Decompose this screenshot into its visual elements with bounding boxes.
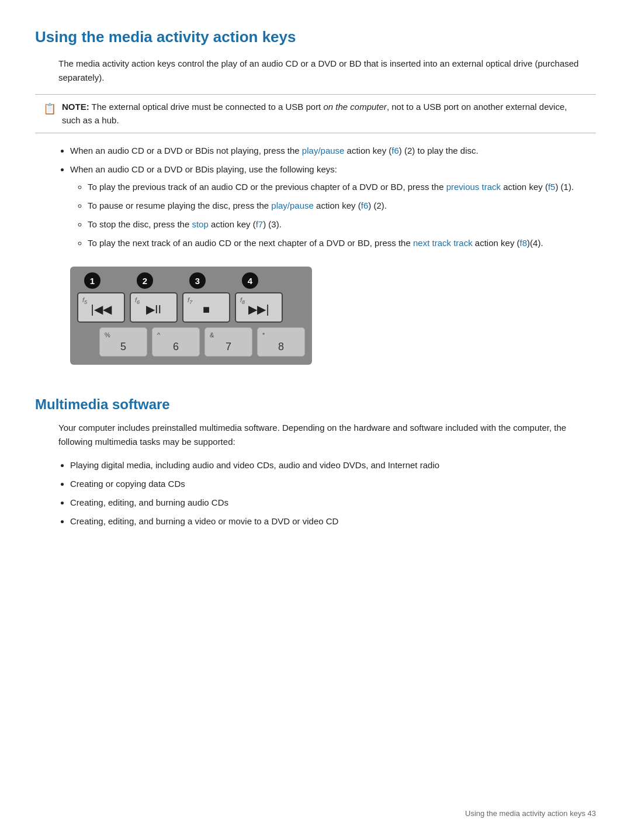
list-item: Creating, editing, and burning a video o…	[70, 514, 596, 528]
sub-bullet-list: To play the previous track of an audio C…	[88, 180, 596, 250]
f5-label: f5	[82, 296, 87, 305]
f6-symbol: ▶II	[146, 302, 161, 316]
stop-link[interactable]: stop	[192, 219, 208, 229]
number-keys-row: % 5 ^ 6 & 7 * 8	[77, 327, 305, 357]
f8-symbol: ▶▶|	[248, 302, 269, 316]
key-5: % 5	[99, 327, 147, 357]
function-keys-row: f5 |◀◀ f6 ▶II f7 ■ f8 ▶▶|	[77, 292, 305, 323]
list-item: When an audio CD or a DVD or BDis playin…	[70, 163, 596, 250]
track-link[interactable]: track	[453, 238, 473, 248]
keyboard-diagram-wrapper: 1 2 3 4 f5 |◀◀ f6 ▶II f7 ■ f8 ▶▶|	[70, 267, 312, 365]
next-track-link[interactable]: next track	[413, 238, 451, 248]
main-bullet-list: When an audio CD or a DVD or BDis not pl…	[70, 144, 596, 250]
key-8: * 8	[257, 327, 305, 357]
note-icon: 📋	[43, 101, 56, 117]
circle-2: 2	[137, 272, 153, 289]
f5-symbol: |◀◀	[91, 302, 111, 316]
keyboard-diagram: 1 2 3 4 f5 |◀◀ f6 ▶II f7 ■ f8 ▶▶|	[70, 267, 312, 365]
key-7-symbol: &	[210, 331, 214, 338]
f5-key: f5 |◀◀	[77, 292, 125, 323]
f8-label: f8	[240, 296, 245, 305]
number-circles-row: 1 2 3 4	[77, 272, 305, 289]
f7-symbol: ■	[203, 303, 210, 316]
key-5-symbol: %	[105, 331, 110, 338]
page-footer: Using the media activity action keys 43	[465, 809, 596, 818]
list-item: Playing digital media, including audio a…	[70, 458, 596, 472]
list-item: When an audio CD or a DVD or BDis not pl…	[70, 144, 596, 158]
f6-link-2[interactable]: f6	[361, 201, 369, 210]
key-6-number: 6	[173, 341, 179, 353]
f6-key: f6 ▶II	[130, 292, 178, 323]
previous-track-link[interactable]: previous track	[446, 182, 501, 192]
f5-link[interactable]: f5	[548, 182, 556, 192]
f8-link[interactable]: f8	[520, 238, 528, 248]
circle-4: 4	[242, 272, 258, 289]
f6-link-1[interactable]: f6	[391, 146, 399, 155]
page-title: Using the media activity action keys	[35, 28, 596, 46]
note-text: NOTE: The external optical drive must be…	[62, 101, 588, 127]
f8-key: f8 ▶▶|	[235, 292, 283, 323]
multimedia-section-title: Multimedia software	[35, 396, 596, 413]
f6-label: f6	[135, 296, 140, 305]
key-7-number: 7	[226, 341, 231, 353]
partial-key-left	[77, 327, 95, 357]
list-item: Creating or copying data CDs	[70, 477, 596, 491]
multimedia-intro: Your computer includes preinstalled mult…	[58, 421, 596, 449]
key-5-number: 5	[120, 341, 126, 353]
intro-paragraph: The media activity action keys control t…	[58, 57, 596, 85]
list-item: Creating, editing, and burning audio CDs	[70, 496, 596, 510]
play-pause-link-1[interactable]: play/pause	[302, 146, 345, 155]
key-7: & 7	[204, 327, 252, 357]
sub-list-item: To play the previous track of an audio C…	[88, 180, 596, 194]
key-6-symbol: ^	[157, 331, 160, 338]
play-pause-link-2[interactable]: play/pause	[271, 201, 314, 210]
key-8-symbol: *	[262, 331, 265, 338]
f7-label: f7	[188, 296, 192, 305]
sub-list-item: To play the next track of an audio CD or…	[88, 236, 596, 250]
sub-list-item: To pause or resume playing the disc, pre…	[88, 199, 596, 213]
f7-link[interactable]: f7	[256, 219, 264, 229]
sub-list-item: To stop the disc, press the stop action …	[88, 217, 596, 231]
multimedia-bullet-list: Playing digital media, including audio a…	[70, 458, 596, 528]
circle-1: 1	[84, 272, 100, 289]
note-box: 📋 NOTE: The external optical drive must …	[35, 94, 596, 133]
circle-3: 3	[189, 272, 206, 289]
key-8-number: 8	[278, 341, 284, 353]
key-6: ^ 6	[152, 327, 200, 357]
f7-key: f7 ■	[182, 292, 230, 323]
